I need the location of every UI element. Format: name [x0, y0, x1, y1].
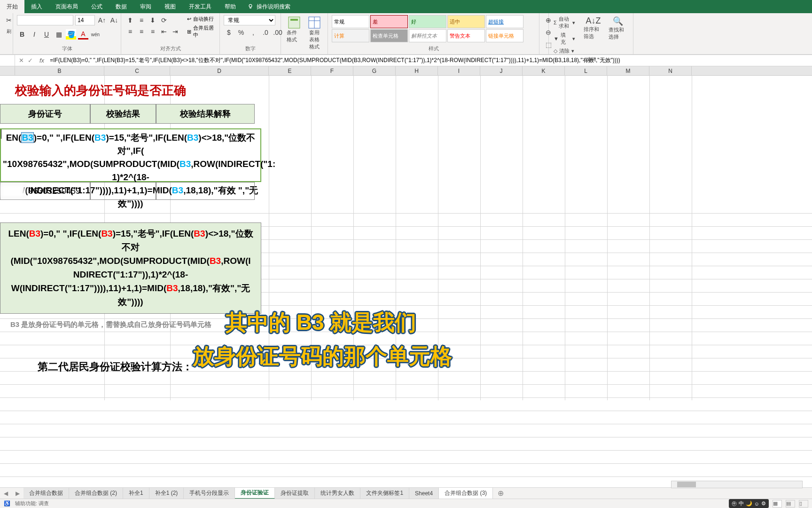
indent-dec-icon[interactable]: ⇤ [159, 26, 169, 37]
fx-icon[interactable]: fx [37, 57, 47, 64]
sheet-tab[interactable]: 补全1 [123, 488, 149, 499]
scroll-thumb[interactable] [677, 482, 696, 487]
col-header-M[interactable]: M [607, 66, 649, 75]
bold-icon[interactable]: B [17, 29, 27, 40]
formula-input[interactable]: =IF(LEN(B3)=0," ",IF(LEN(B3)=15,"老号",IF(… [47, 56, 812, 64]
result-cell[interactable] [90, 182, 156, 200]
col-header-J[interactable]: J [480, 66, 523, 75]
indent-inc-icon[interactable]: ⇥ [170, 26, 180, 37]
tab-formulas[interactable]: 公式 [85, 0, 109, 13]
sheet-tab[interactable]: 统计男女人数 [315, 488, 360, 499]
merge-button[interactable]: ⊞合并后居中 [186, 24, 216, 39]
fill-button[interactable]: ▼填充▾ [553, 31, 576, 46]
paste-icon[interactable]: 刷 [4, 26, 14, 37]
align-middle-icon[interactable]: ≡ [136, 15, 147, 25]
cancel-icon[interactable]: ✕ [19, 57, 24, 64]
sheet-tab[interactable]: 补全1 (2) [149, 488, 184, 499]
border-icon[interactable]: ▦ [54, 29, 64, 40]
col-header-K[interactable]: K [523, 66, 565, 75]
as-table-button[interactable]: 套用 表格格式 [305, 15, 324, 51]
reference-formula-box[interactable]: LEN(B3)=0," ",IF(LEN(B3)=15,"老号",IF(LEN(… [0, 222, 261, 314]
tab-help[interactable]: 帮助 [218, 0, 242, 13]
percent-icon[interactable]: % [236, 27, 246, 38]
sheet-tab[interactable]: 文件夹侧标签1 [360, 488, 409, 499]
header-explain[interactable]: 校验结果解释 [156, 104, 255, 124]
font-size-select[interactable] [75, 15, 95, 25]
horizontal-scrollbar[interactable] [671, 481, 803, 488]
align-top-icon[interactable]: ⬆ [125, 15, 135, 25]
tell-me[interactable]: 操作说明搜索 [247, 3, 290, 11]
copy-icon[interactable]: ✂ [4, 15, 14, 25]
italic-icon[interactable]: I [29, 29, 39, 40]
col-header-L[interactable]: L [565, 66, 607, 75]
style-calc[interactable]: 计算 [332, 29, 369, 42]
id-cell[interactable]: 96303250459 [0, 182, 90, 200]
align-center-icon[interactable]: ≡ [136, 26, 147, 37]
formula-edit-cell[interactable]: EN(B3)=0," ",IF(LEN(B3)=15,"老号",IF(LEN(B… [0, 128, 261, 182]
accessibility-icon[interactable]: ♿ [4, 500, 10, 507]
style-check[interactable]: 检查单元格 [370, 29, 408, 42]
ime-indicator[interactable]: ㊥ 中 🌙 ☺ ⚙ [729, 499, 769, 508]
col-header-I[interactable]: I [438, 66, 480, 75]
tab-view[interactable]: 视图 [158, 0, 182, 13]
col-header-F[interactable]: F [311, 66, 353, 75]
tab-insert[interactable]: 插入 [24, 0, 49, 13]
font-family-select[interactable] [17, 15, 73, 25]
sheet-area[interactable]: 校验输入的身份证号码是否正确 身份证号 校验结果 校验结果解释 EN(B3)=0… [0, 76, 812, 400]
phonetic-icon[interactable]: wén [90, 29, 101, 40]
explain-cell[interactable] [156, 182, 255, 200]
decrease-font-icon[interactable]: A↓ [109, 15, 119, 25]
col-header-H[interactable]: H [396, 66, 438, 75]
sheet-tab[interactable]: 身份证验证 [235, 488, 275, 499]
col-header-D[interactable]: D [170, 66, 269, 75]
tab-dev[interactable]: 开发工具 [182, 0, 218, 13]
sheet-tab[interactable]: 身份证提取 [275, 488, 315, 499]
clear-button[interactable]: ◇清除▾ [553, 47, 576, 55]
tab-review[interactable]: 审阅 [133, 0, 158, 13]
enter-icon[interactable]: ✓ [28, 57, 33, 64]
find-button[interactable]: 🔍 查找和选择 [607, 15, 629, 41]
cond-format-button[interactable]: 条件格式 [285, 15, 304, 44]
style-warn[interactable]: 警告文本 [447, 29, 485, 42]
select-all-corner[interactable] [0, 66, 15, 75]
col-header-E[interactable]: E [269, 66, 311, 75]
view-page-icon[interactable]: ▤ [786, 500, 795, 508]
font-color-icon[interactable]: A [78, 29, 88, 40]
col-header-G[interactable]: G [353, 66, 396, 75]
orientation-icon[interactable]: ⟳ [159, 15, 169, 25]
view-break-icon[interactable]: ▯ [799, 500, 808, 508]
sheet-tab[interactable]: Sheet4 [409, 488, 439, 499]
tab-data[interactable]: 数据 [109, 0, 133, 13]
align-right-icon[interactable]: ≡ [148, 26, 158, 37]
view-normal-icon[interactable]: ▦ [773, 500, 782, 508]
fill-color-icon[interactable]: 🪣 [66, 29, 76, 40]
style-good[interactable]: 好 [409, 15, 446, 28]
comma-icon[interactable]: , [248, 27, 258, 38]
style-linked[interactable]: 链接单元格 [486, 29, 523, 42]
sheet-tab[interactable]: 合并组合数据 (3) [439, 488, 493, 499]
wrap-text-button[interactable]: ↩自动换行 [186, 15, 216, 23]
col-header-B[interactable]: B [15, 66, 104, 75]
style-bad[interactable]: 差 [370, 15, 408, 28]
header-id[interactable]: 身份证号 [0, 104, 90, 124]
number-format-select[interactable]: 常规 [224, 15, 275, 25]
add-sheet-button[interactable]: ⊕ [493, 489, 508, 498]
currency-icon[interactable]: $ [224, 27, 234, 38]
sort-button[interactable]: A↓Z 排序和筛选 [582, 15, 604, 41]
style-neutral[interactable]: 适中 [447, 15, 485, 28]
tab-nav-prev[interactable]: ◀ [0, 490, 12, 497]
col-header-N[interactable]: N [649, 66, 692, 75]
underline-icon[interactable]: U [41, 29, 52, 40]
style-link[interactable]: 超链接 [486, 15, 523, 28]
header-result[interactable]: 校验结果 [90, 104, 156, 124]
increase-font-icon[interactable]: A↑ [97, 15, 107, 25]
name-box[interactable] [0, 55, 15, 66]
autosum-button[interactable]: Σ自动求和▾ [553, 15, 576, 30]
tab-layout[interactable]: 页面布局 [49, 0, 85, 13]
style-explain[interactable]: 解释性文本 [409, 29, 446, 42]
sheet-tab[interactable]: 手机号分段显示 [184, 488, 235, 499]
align-left-icon[interactable]: ≡ [125, 26, 135, 37]
decimal-inc-icon[interactable]: .0 [260, 27, 271, 38]
sheet-tab[interactable]: 合并组合数据 [23, 488, 69, 499]
sheet-tab[interactable]: 合并组合数据 (2) [69, 488, 123, 499]
